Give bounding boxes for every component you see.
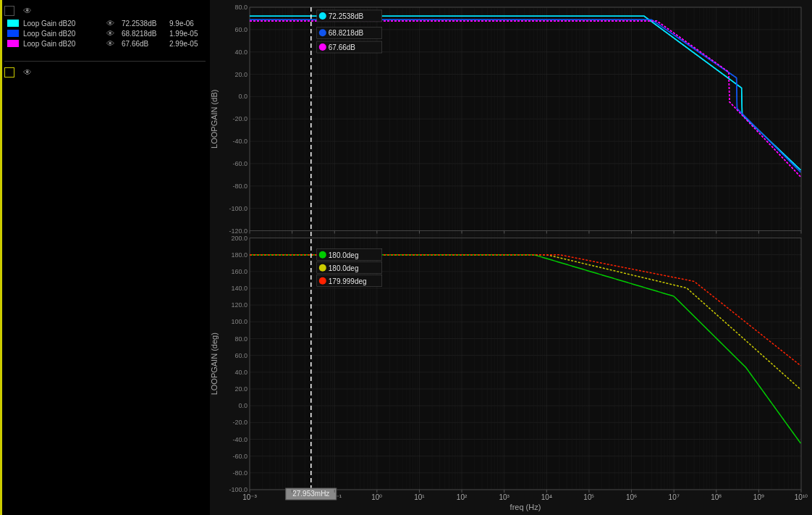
gain-collapse-icon[interactable] xyxy=(4,6,14,16)
gain-items-list: Loop Gain dB20 👁 72.2538dB 9.9e-06 Loop … xyxy=(4,19,206,48)
legend-color-swatch xyxy=(7,20,19,27)
gain-title-row: 👁 xyxy=(4,6,206,16)
phase-title-row: 👁 xyxy=(4,67,206,78)
chart-area xyxy=(210,0,812,515)
legend-item-extra: 2.99e-05 xyxy=(169,40,206,48)
gain-legend-section: 👁 Loop Gain dB20 👁 72.2538dB 9.9e-06 Loo… xyxy=(4,6,206,49)
legend-color-swatch xyxy=(7,30,19,37)
phase-visibility-icon[interactable]: 👁 xyxy=(23,67,32,78)
legend-color-swatch xyxy=(7,40,19,47)
legend-item-label: Loop Gain dB20 xyxy=(23,20,102,28)
legend-item-extra: 9.9e-06 xyxy=(169,20,206,28)
gain-legend-item: Loop Gain dB20 👁 72.2538dB 9.9e-06 xyxy=(4,19,206,28)
gain-visibility-icon[interactable]: 👁 xyxy=(23,6,32,16)
legend-item-label: Loop Gain dB20 xyxy=(23,30,102,38)
gain-legend-item: Loop Gain dB20 👁 67.66dB 2.99e-05 xyxy=(4,39,206,48)
legend-eye-icon[interactable]: 👁 xyxy=(106,39,114,48)
phase-legend-section: 👁 xyxy=(4,67,206,80)
legend-panel: 👁 Loop Gain dB20 👁 72.2538dB 9.9e-06 Loo… xyxy=(0,0,210,515)
legend-eye-icon[interactable]: 👁 xyxy=(106,19,114,28)
legend-item-extra: 1.99e-05 xyxy=(169,30,206,38)
legend-item-label: Loop Gain dB20 xyxy=(23,40,102,48)
gain-legend-item: Loop Gain dB20 👁 68.8218dB 1.99e-05 xyxy=(4,29,206,38)
legend-item-value: 72.2538dB xyxy=(122,20,165,28)
phase-collapse-icon[interactable] xyxy=(4,67,14,78)
legend-item-value: 68.8218dB xyxy=(122,30,165,38)
main-chart-canvas[interactable] xyxy=(210,0,812,515)
accent-bar xyxy=(0,0,2,515)
legend-eye-icon[interactable]: 👁 xyxy=(106,29,114,38)
legend-divider xyxy=(4,61,206,62)
legend-item-value: 67.66dB xyxy=(122,40,165,48)
